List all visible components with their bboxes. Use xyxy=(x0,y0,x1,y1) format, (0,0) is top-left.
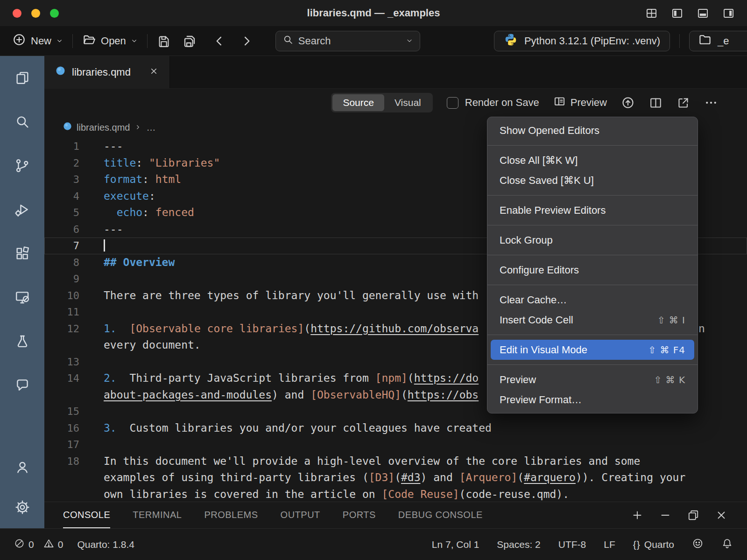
zoom-window-button[interactable] xyxy=(50,9,59,18)
new-file-button[interactable]: New xyxy=(12,33,63,49)
code-text[interactable]: own libraries is covered in the article … xyxy=(104,486,569,502)
monitor-preview-icon[interactable] xyxy=(0,289,44,305)
line-number[interactable]: 15 xyxy=(44,403,79,420)
code-text[interactable]: There are three types of library you'll … xyxy=(104,287,479,304)
code-line[interactable]: 17 xyxy=(44,436,747,453)
account-icon[interactable] xyxy=(0,459,44,475)
new-console-plus-icon[interactable] xyxy=(631,509,643,521)
navigate-back-icon[interactable] xyxy=(213,35,226,48)
tab-libraries-qmd[interactable]: libraries.qmd xyxy=(44,56,170,88)
encoding-status[interactable]: UTF-8 xyxy=(558,539,586,550)
line-number[interactable]: 17 xyxy=(44,436,79,453)
code-text[interactable]: every document. xyxy=(104,337,201,354)
save-icon[interactable] xyxy=(157,34,171,48)
source-mode-button[interactable]: Source xyxy=(332,94,384,111)
code-text[interactable]: 2. Third-party JavaScript libraries from… xyxy=(104,370,479,387)
menu-item-clear-cache[interactable]: Clear Cache… xyxy=(491,290,694,310)
explorer-icon[interactable] xyxy=(0,70,44,86)
breadcrumb-symbol[interactable]: … xyxy=(146,122,155,133)
open-button[interactable]: Open xyxy=(82,33,138,49)
close-tab-icon[interactable] xyxy=(149,66,158,78)
extensions-icon[interactable] xyxy=(0,245,44,261)
line-number[interactable]: 13 xyxy=(44,354,79,371)
panel-tab-debug-console[interactable]: DEBUG CONSOLE xyxy=(398,502,483,528)
code-text[interactable]: --- xyxy=(104,221,123,238)
chat-icon[interactable] xyxy=(0,377,44,393)
split-editor-icon[interactable] xyxy=(649,96,662,110)
source-control-icon[interactable] xyxy=(0,158,44,174)
code-text[interactable]: --- xyxy=(104,138,123,155)
line-number[interactable]: 10 xyxy=(44,287,79,304)
indentation-status[interactable]: Spaces: 2 xyxy=(497,539,540,550)
line-number[interactable]: 8 xyxy=(44,254,79,271)
code-text[interactable]: examples of using third-party libraries … xyxy=(104,469,685,486)
eol-status[interactable]: LF xyxy=(604,539,615,550)
menu-item-show-opened-editors[interactable]: Show Opened Editors xyxy=(491,120,694,140)
settings-gear-icon[interactable] xyxy=(0,499,44,515)
problems-status[interactable]: 0 0 xyxy=(14,538,63,551)
code-line[interactable]: 163. Custom libraries you and/or your co… xyxy=(44,420,747,437)
code-text[interactable] xyxy=(104,238,105,254)
line-number[interactable]: 11 xyxy=(44,304,79,321)
code-line[interactable]: own libraries is covered in the article … xyxy=(44,486,747,502)
code-text[interactable]: execute: xyxy=(104,188,155,205)
code-text[interactable]: ## Overview xyxy=(104,254,175,271)
menu-item-preview-format[interactable]: Preview Format… xyxy=(491,390,694,410)
code-text[interactable]: 3. Custom libraries you and/or your coll… xyxy=(104,420,492,437)
line-number[interactable]: 7 xyxy=(44,238,79,254)
panel-tab-problems[interactable]: PROBLEMS xyxy=(204,502,258,528)
customize-layout-icon[interactable] xyxy=(645,7,658,20)
render-circle-arrow-icon[interactable] xyxy=(621,96,635,110)
minimize-window-button[interactable] xyxy=(31,9,40,18)
save-all-icon[interactable] xyxy=(182,34,197,49)
restore-panel-icon[interactable] xyxy=(687,509,699,521)
testing-flask-icon[interactable] xyxy=(0,333,44,349)
language-mode-status[interactable]: {} Quarto xyxy=(633,539,674,550)
panel-tab-output[interactable]: OUTPUT xyxy=(281,502,320,528)
quarto-version-status[interactable]: Quarto: 1.8.4 xyxy=(77,539,134,550)
menu-item-edit-in-visual-mode[interactable]: Edit in Visual Mode⇧ ⌘ F4 xyxy=(491,340,694,360)
line-number[interactable]: 2 xyxy=(44,155,79,172)
line-number[interactable]: 1 xyxy=(44,138,79,155)
line-number[interactable]: 4 xyxy=(44,188,79,205)
code-text[interactable]: about-packages-and-modules) and [Observa… xyxy=(104,387,479,404)
line-number[interactable] xyxy=(44,469,79,486)
menu-item-insert-code-cell[interactable]: Insert Code Cell⇧ ⌘ I xyxy=(491,310,694,330)
navigate-forward-icon[interactable] xyxy=(240,35,253,48)
interpreter-selector[interactable]: Python 3.12.1 (PipEnv: .venv) xyxy=(494,31,670,51)
line-number[interactable]: 6 xyxy=(44,221,79,238)
feedback-smiley-icon[interactable] xyxy=(692,538,704,552)
line-number[interactable]: 12 xyxy=(44,321,79,337)
visual-mode-button[interactable]: Visual xyxy=(384,94,431,111)
menu-item-preview[interactable]: Preview⇧ ⌘ K xyxy=(491,370,694,390)
panel-tab-ports[interactable]: PORTS xyxy=(343,502,376,528)
line-number[interactable]: 16 xyxy=(44,420,79,437)
more-actions-button[interactable] xyxy=(704,96,718,110)
render-on-save-checkbox[interactable] xyxy=(447,97,458,109)
menu-item-close-saved-k-u[interactable]: Close Saved [⌘K U] xyxy=(491,170,694,190)
menu-item-lock-group[interactable]: Lock Group xyxy=(491,230,694,250)
code-text[interactable]: In this document we'll provide a high-le… xyxy=(104,453,640,470)
code-text[interactable]: echo: fenced xyxy=(104,204,194,221)
global-search-input[interactable]: Search xyxy=(275,31,420,51)
toggle-panel-icon[interactable] xyxy=(697,7,709,20)
cursor-position-status[interactable]: Ln 7, Col 1 xyxy=(432,539,479,550)
line-number[interactable]: 18 xyxy=(44,453,79,470)
workspace-folder-button[interactable]: _e xyxy=(689,31,747,51)
minimize-panel-icon[interactable] xyxy=(659,509,671,521)
close-window-button[interactable] xyxy=(13,9,21,18)
code-line[interactable]: examples of using third-party libraries … xyxy=(44,469,747,486)
preview-button[interactable]: Preview xyxy=(553,95,607,111)
line-number[interactable]: 5 xyxy=(44,204,79,221)
code-text[interactable]: title: "Libraries" xyxy=(104,155,220,172)
breadcrumb-file[interactable]: libraries.qmd xyxy=(77,122,130,133)
toggle-primary-sidebar-icon[interactable] xyxy=(671,7,684,20)
panel-tab-terminal[interactable]: TERMINAL xyxy=(133,502,182,528)
menu-item-enable-preview-editors[interactable]: Enable Preview Editors xyxy=(491,200,694,220)
code-text[interactable]: format: html xyxy=(104,171,181,188)
run-debug-icon[interactable] xyxy=(0,202,44,217)
menu-item-configure-editors[interactable]: Configure Editors xyxy=(491,260,694,280)
search-icon[interactable] xyxy=(0,114,44,130)
line-number[interactable]: 9 xyxy=(44,271,79,287)
line-number[interactable] xyxy=(44,337,79,354)
